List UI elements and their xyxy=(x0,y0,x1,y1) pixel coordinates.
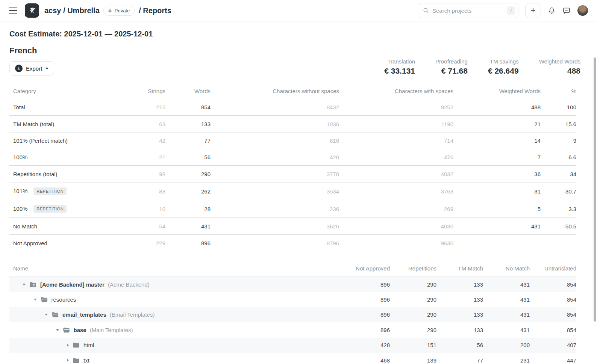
file-name-inner[interactable]: html xyxy=(9,342,343,348)
stat-value: 488 xyxy=(539,66,580,76)
weighted-cell: 488 xyxy=(453,99,541,116)
chars-without-cell: 3534 xyxy=(211,183,339,200)
category-cell: No Match xyxy=(9,218,137,235)
file-name-inner[interactable]: base(Main Templates) xyxy=(9,327,343,333)
summary-row: 100%REPETITION102823626953.3 xyxy=(9,200,576,218)
report-stats: Translation€ 33.131Proofreading€ 71.68TM… xyxy=(384,58,580,76)
files-column-header: Untranslated xyxy=(530,261,576,277)
category-cell: Repetitions (total) xyxy=(9,166,137,183)
bell-icon xyxy=(548,7,556,15)
file-name-inner[interactable]: [Acme Backend] master(Acme Backend) xyxy=(9,281,343,288)
repetitions-cell: 290 xyxy=(390,277,436,292)
stat-block: Translation€ 33.131 xyxy=(384,58,415,76)
summary-row: Total21585484329252488100 xyxy=(9,99,576,116)
collapse-caret-icon[interactable] xyxy=(56,329,59,331)
untranslated-cell: 854 xyxy=(530,292,576,307)
summary-row: 101% (Perfect match)4277616714149 xyxy=(9,133,576,149)
file-name-label[interactable]: email_templates xyxy=(62,311,106,318)
summary-column-header: Category xyxy=(9,84,137,99)
breadcrumb-project[interactable]: acsy / Umbrella xyxy=(44,6,100,15)
untranslated-cell: 854 xyxy=(530,307,576,323)
export-button[interactable]: Export xyxy=(9,61,54,76)
untranslated-cell: 447 xyxy=(530,353,576,364)
pct-cell: — xyxy=(541,235,576,251)
strings-cell: 63 xyxy=(137,116,165,133)
weighted-cell: 7 xyxy=(453,149,541,166)
strings-cell: 98 xyxy=(137,166,165,183)
file-name-suffix: (Email Templates) xyxy=(110,311,155,318)
topbar-actions: / + xyxy=(418,3,588,18)
category-cell: 100%REPETITION xyxy=(9,200,137,218)
search-shortcut-key: / xyxy=(507,6,515,15)
expand-caret-icon[interactable] xyxy=(67,359,69,362)
chars-without-cell: 8432 xyxy=(211,99,339,116)
stat-label: Weighted Words xyxy=(539,58,580,65)
create-project-button[interactable]: + xyxy=(525,3,541,18)
search-icon xyxy=(423,7,429,14)
chars-without-cell: 1036 xyxy=(211,116,339,133)
repetitions-cell: 151 xyxy=(390,338,436,353)
chars-without-cell: 420 xyxy=(211,149,339,166)
repetition-badge: REPETITION xyxy=(33,187,67,195)
chars-without-cell: 8796 xyxy=(211,235,339,251)
category-cell: TM Match (total) xyxy=(9,116,137,133)
chars-with-cell: 4032 xyxy=(339,166,453,183)
user-avatar[interactable] xyxy=(577,5,588,16)
file-name-label[interactable]: txt xyxy=(83,357,89,364)
file-name-suffix: (Main Templates) xyxy=(90,327,133,333)
file-name-inner[interactable]: txt xyxy=(9,357,343,364)
file-name-label[interactable]: resources xyxy=(52,296,76,303)
summary-column-header: Characters without spaces xyxy=(211,84,339,99)
repetitions-cell: 139 xyxy=(390,353,436,364)
file-name-cell: txt xyxy=(9,353,343,364)
not-approved-cell: 896 xyxy=(343,322,390,338)
no-match-cell: 231 xyxy=(483,353,530,364)
summary-column-header: Characters with spaces xyxy=(339,84,453,99)
chars-with-cell: 1190 xyxy=(339,116,453,133)
category-label: 100% xyxy=(13,154,27,160)
search-input[interactable] xyxy=(432,8,504,14)
file-name-inner[interactable]: resources xyxy=(9,296,343,303)
summary-column-header: Weighted Words xyxy=(453,84,541,99)
summary-body: Total21585484329252488100TM Match (total… xyxy=(9,99,576,252)
collapse-caret-icon[interactable] xyxy=(34,299,37,301)
search-box[interactable]: / xyxy=(418,3,518,18)
weighted-cell: — xyxy=(453,235,541,251)
expand-caret-icon[interactable] xyxy=(67,344,69,347)
file-name-label[interactable]: base xyxy=(74,327,86,333)
category-label: Not Approved xyxy=(13,240,47,246)
file-name-label[interactable]: [Acme Backend] master xyxy=(40,281,105,288)
stat-label: Proofreading xyxy=(435,58,468,65)
pct-cell: 15.6 xyxy=(541,116,576,133)
collapse-caret-icon[interactable] xyxy=(23,284,26,285)
strings-cell: 229 xyxy=(137,235,165,251)
notifications-button[interactable] xyxy=(548,7,556,15)
collapse-caret-icon[interactable] xyxy=(45,314,48,316)
weighted-cell: 31 xyxy=(453,183,541,200)
files-column-header: Name xyxy=(9,261,343,277)
pct-cell: 3.3 xyxy=(541,200,576,218)
words-cell: 28 xyxy=(165,200,211,218)
app-logo[interactable] xyxy=(25,3,39,18)
language-name: French xyxy=(9,46,54,56)
file-name-label[interactable]: html xyxy=(83,342,94,348)
hamburger-menu-icon[interactable] xyxy=(9,8,17,14)
files-column-header: Not Approved xyxy=(343,261,390,277)
file-name-inner[interactable]: email_templates(Email Templates) xyxy=(9,311,343,318)
messages-button[interactable] xyxy=(562,6,571,15)
strings-cell: 54 xyxy=(137,218,165,235)
summary-column-header: % xyxy=(541,84,576,99)
weighted-cell: 14 xyxy=(453,133,541,149)
category-label: TM Match (total) xyxy=(13,121,54,127)
breadcrumb-section[interactable]: / Reports xyxy=(139,6,171,15)
chars-with-cell: 269 xyxy=(339,200,453,218)
folder-icon xyxy=(72,342,80,348)
words-cell: 77 xyxy=(165,133,211,149)
page-title: Cost Estimate: 2025-12-01 — 2025-12-01 xyxy=(9,30,597,38)
chat-bubble-icon xyxy=(562,6,571,15)
files-column-header: TM Match xyxy=(436,261,483,277)
file-name-cell: resources xyxy=(9,292,343,307)
tm-match-cell: 133 xyxy=(436,322,483,338)
no-match-cell: 431 xyxy=(483,292,530,307)
vertical-scrollbar-thumb[interactable] xyxy=(594,57,596,322)
